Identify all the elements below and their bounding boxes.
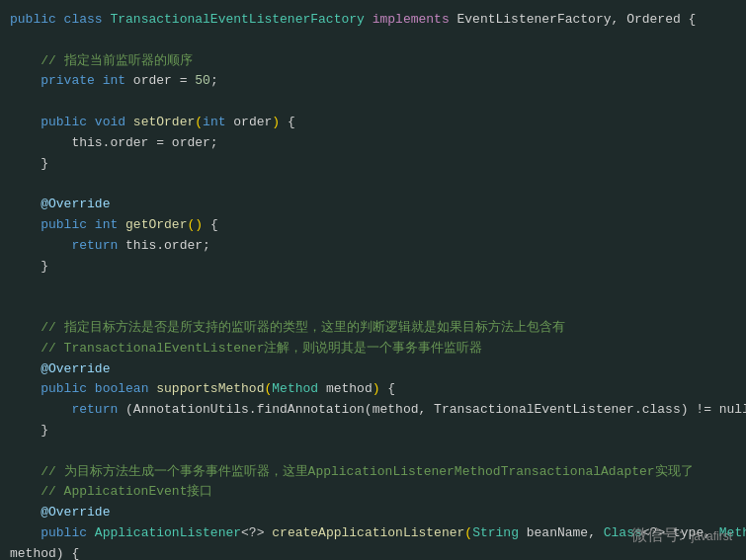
code-line: method) { bbox=[10, 544, 746, 560]
code-token: implements bbox=[373, 12, 457, 27]
code-line bbox=[10, 174, 746, 195]
code-line: // ApplicationEvent接口 bbox=[10, 482, 746, 503]
code-token: method) { bbox=[10, 546, 79, 560]
code-token: EventListenerFactory, Ordered { bbox=[457, 12, 697, 27]
code-line: } bbox=[10, 421, 746, 441]
code-token bbox=[10, 238, 71, 253]
code-token: int bbox=[95, 217, 125, 232]
code-token: supportsMethod bbox=[156, 381, 264, 396]
code-token bbox=[10, 217, 41, 232]
code-token bbox=[10, 197, 41, 211]
code-token bbox=[10, 402, 71, 417]
code-line: private int order = 50; bbox=[10, 71, 746, 92]
code-token: setOrder bbox=[133, 115, 195, 129]
code-token: ( bbox=[195, 115, 203, 129]
code-token: @Override bbox=[41, 361, 110, 376]
code-token: // 指定目标方法是否是所支持的监听器的类型，这里的判断逻辑就是如果目标方法上包… bbox=[10, 320, 565, 335]
wechat-label: javafirst bbox=[692, 529, 732, 543]
code-token: this.order; bbox=[125, 238, 210, 253]
code-line: @Override bbox=[10, 195, 746, 215]
code-token bbox=[10, 381, 41, 396]
code-token: boolean bbox=[95, 381, 156, 396]
code-token: { bbox=[380, 381, 396, 396]
code-token bbox=[10, 73, 41, 88]
code-token: @Override bbox=[41, 197, 110, 211]
code-token: beanName, bbox=[527, 525, 604, 540]
code-line bbox=[10, 297, 746, 318]
code-line: // 指定目标方法是否是所支持的监听器的类型，这里的判断逻辑就是如果目标方法上包… bbox=[10, 318, 746, 339]
code-token: } bbox=[10, 156, 48, 171]
code-token: } bbox=[10, 259, 48, 274]
code-token: Method bbox=[272, 381, 326, 396]
code-line: // TransactionalEventListener注解，则说明其是一个事… bbox=[10, 339, 746, 360]
code-token: public bbox=[10, 12, 64, 27]
code-token: order bbox=[233, 115, 272, 129]
code-line bbox=[10, 92, 746, 113]
code-token: public bbox=[41, 381, 95, 396]
code-token: () bbox=[187, 217, 203, 232]
code-line bbox=[10, 31, 746, 51]
code-token: 50 bbox=[195, 73, 210, 88]
code-token: createApplicationListener bbox=[272, 525, 464, 540]
code-token: ; bbox=[210, 73, 218, 88]
code-token: ) bbox=[272, 115, 280, 129]
code-line bbox=[10, 441, 746, 462]
code-line: return (AnnotationUtils.findAnnotation(m… bbox=[10, 400, 746, 421]
code-token: public bbox=[41, 525, 95, 540]
code-token: // 指定当前监听器的顺序 bbox=[10, 53, 193, 68]
code-token bbox=[10, 505, 41, 520]
code-token: String bbox=[472, 525, 527, 540]
code-token: this.order = order; bbox=[10, 135, 218, 150]
code-line: } bbox=[10, 154, 746, 175]
code-token: public bbox=[41, 217, 95, 232]
code-token: @Override bbox=[41, 505, 110, 520]
code-token: (AnnotationUtils.findAnnotation(method, … bbox=[125, 402, 746, 417]
code-line: public boolean supportsMethod(Method met… bbox=[10, 379, 746, 400]
code-token: return bbox=[71, 402, 125, 417]
code-token bbox=[10, 115, 41, 129]
code-token: } bbox=[10, 423, 48, 438]
code-token: method bbox=[326, 381, 373, 396]
code-token: return bbox=[71, 238, 125, 253]
code-token bbox=[10, 525, 41, 540]
code-token: // ApplicationEvent接口 bbox=[10, 484, 212, 499]
code-line: // 指定当前监听器的顺序 bbox=[10, 51, 746, 72]
code-token: private bbox=[41, 73, 102, 88]
code-line: @Override bbox=[10, 503, 746, 523]
code-line: this.order = order; bbox=[10, 133, 746, 154]
code-line: public int getOrder() { bbox=[10, 215, 746, 236]
code-token: getOrder bbox=[125, 217, 187, 232]
watermark: 微信号: javafirst bbox=[631, 525, 732, 546]
code-line: } bbox=[10, 257, 746, 278]
code-line: public void setOrder(int order) { bbox=[10, 113, 746, 133]
code-token: ( bbox=[464, 525, 472, 540]
code-line: return this.order; bbox=[10, 236, 746, 257]
code-token: TransactionalEventListenerFactory bbox=[110, 12, 372, 27]
code-token: int bbox=[203, 115, 233, 129]
code-token: // 为目标方法生成一个事务事件监听器，这里ApplicationListene… bbox=[10, 464, 694, 479]
code-block: public class TransactionalEventListenerF… bbox=[10, 10, 746, 560]
code-token: order = bbox=[133, 73, 195, 88]
code-token: ) bbox=[373, 381, 380, 396]
wechat-logo: 微信号: bbox=[631, 526, 688, 543]
code-line: // 为目标方法生成一个事务事件监听器，这里ApplicationListene… bbox=[10, 462, 746, 483]
code-line bbox=[10, 277, 746, 297]
code-token: // TransactionalEventListener注解，则说明其是一个事… bbox=[10, 341, 482, 356]
code-token: { bbox=[280, 115, 295, 129]
code-token bbox=[10, 361, 41, 376]
code-token: <?> bbox=[241, 525, 272, 540]
code-line: @Override bbox=[10, 360, 746, 380]
code-token: class bbox=[64, 12, 111, 27]
code-line: public class TransactionalEventListenerF… bbox=[10, 10, 746, 31]
code-token: { bbox=[203, 217, 218, 232]
code-token: ApplicationListener bbox=[95, 525, 241, 540]
code-token: public bbox=[41, 115, 95, 129]
code-container: public class TransactionalEventListenerF… bbox=[0, 0, 746, 560]
code-token: int bbox=[103, 73, 133, 88]
code-token: void bbox=[95, 115, 133, 129]
